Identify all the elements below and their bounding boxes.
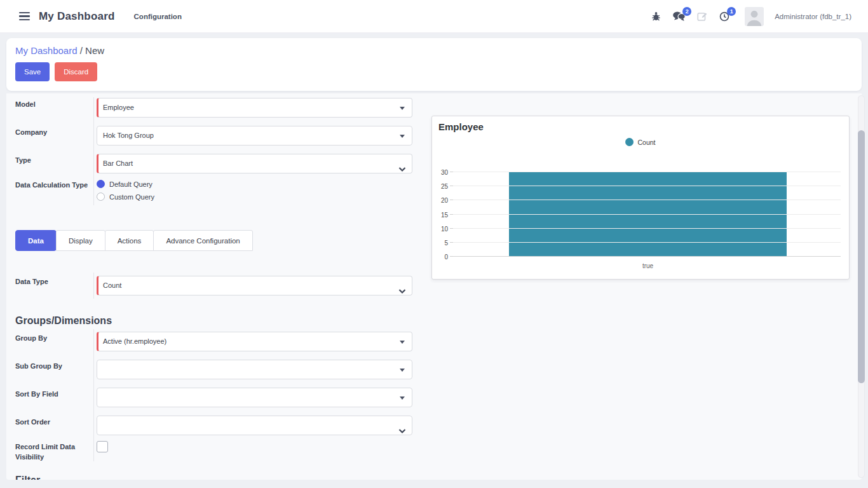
hamburger-menu-icon[interactable] [19, 12, 30, 21]
scrollbar-thumb[interactable] [858, 130, 865, 383]
top-navbar: My Dashboard Configuration 2 [0, 0, 868, 33]
sub-group-by-label: Sub Group By [15, 361, 89, 371]
radio-custom-query[interactable]: Custom Query [97, 193, 154, 201]
chart-y-axis: 051015202530 [432, 172, 449, 257]
radio-icon[interactable] [97, 180, 105, 188]
field-divider [93, 97, 94, 205]
dropdown-caret-icon [400, 369, 405, 372]
sort-by-field-field[interactable] [97, 388, 412, 407]
navbar-right: 2 1 Administrator (fdb_tr_1) [651, 7, 851, 26]
chevron-down-icon [398, 283, 406, 301]
tab-data[interactable]: Data [15, 230, 57, 251]
save-button[interactable]: Save [15, 62, 50, 81]
bug-icon[interactable] [651, 11, 661, 22]
radio-default-query[interactable]: Default Query [97, 180, 153, 188]
breadcrumb-separator: / [80, 45, 85, 56]
field-divider [93, 273, 94, 299]
chart-plot [453, 172, 841, 257]
dropdown-caret-icon [400, 396, 405, 400]
group-by-value: Active (hr.employee) [103, 337, 166, 345]
messages-badge: 2 [682, 7, 691, 16]
tab-actions[interactable]: Actions [105, 230, 154, 251]
model-label: Model [15, 99, 89, 109]
model-value: Employee [103, 104, 134, 111]
user-avatar[interactable] [745, 7, 764, 26]
app-title: My Dashboard [39, 10, 115, 23]
scrollbar-track[interactable] [858, 95, 865, 478]
discard-button[interactable]: Discard [55, 62, 97, 81]
activity-clock-icon[interactable]: 1 [719, 11, 730, 22]
company-field[interactable]: Hok Tong Group [97, 126, 412, 146]
type-select[interactable]: Bar Chart [97, 154, 412, 173]
data-calculation-type-label: Data Calculation Type [15, 180, 89, 190]
data-type-select[interactable]: Count [97, 276, 412, 295]
tab-advance-configuration[interactable]: Advance Configuration [153, 230, 252, 251]
data-type-value: Count [103, 281, 121, 289]
breadcrumb-card: My Dashboard / New Save Discard [6, 38, 862, 91]
messages-icon[interactable]: 2 [672, 11, 686, 22]
chevron-down-icon [398, 423, 406, 441]
type-label: Type [15, 155, 89, 165]
menu-configuration[interactable]: Configuration [134, 13, 182, 20]
data-type-label: Data Type [15, 276, 89, 287]
compose-icon[interactable] [696, 11, 708, 22]
model-field[interactable]: Employee [97, 98, 412, 118]
sort-order-select[interactable] [97, 416, 412, 435]
type-value: Bar Chart [103, 159, 133, 167]
group-by-label: Group By [15, 333, 89, 343]
sort-by-field-label: Sort By Field [15, 389, 89, 399]
record-limit-checkbox[interactable] [97, 441, 108, 452]
activity-badge: 1 [727, 7, 736, 16]
group-by-field[interactable]: Active (hr.employee) [97, 332, 412, 351]
chevron-down-icon [398, 161, 406, 179]
radio-custom-query-label: Custom Query [109, 193, 154, 201]
notebook-tabs: Data Display Actions Advance Configurati… [15, 230, 253, 251]
breadcrumb-parent-link[interactable]: My Dashboard [15, 45, 78, 56]
user-name[interactable]: Administrator (fdb_tr_1) [775, 13, 851, 20]
chart-bar[interactable] [509, 172, 787, 257]
radio-icon[interactable] [97, 193, 105, 201]
breadcrumb: My Dashboard / New [15, 45, 853, 56]
tab-display[interactable]: Display [56, 230, 105, 251]
chart-preview-card: Employee Count 051015202530 true [431, 116, 850, 280]
dropdown-caret-icon [400, 135, 405, 138]
dropdown-caret-icon [400, 107, 405, 110]
sub-group-by-field[interactable] [97, 360, 412, 379]
legend-label: Count [637, 139, 655, 146]
dropdown-caret-icon [400, 341, 405, 344]
chart-title: Employee [438, 121, 484, 132]
groups-dimensions-heading: Groups/Dimensions [15, 315, 112, 327]
radio-default-query-label: Default Query [109, 180, 153, 188]
breadcrumb-current: New [85, 45, 104, 56]
field-divider [93, 329, 94, 461]
filter-heading: Filter [15, 475, 40, 480]
sort-order-label: Sort Order [15, 417, 89, 427]
company-label: Company [15, 127, 89, 137]
chart-x-category-label: true [509, 262, 787, 269]
record-limit-label: Record Limit Data Visibility [15, 442, 89, 462]
legend-dot-icon [625, 138, 634, 146]
company-value: Hok Tong Group [103, 132, 154, 139]
chart-legend[interactable]: Count [432, 138, 849, 146]
action-buttons: Save Discard [15, 62, 853, 81]
